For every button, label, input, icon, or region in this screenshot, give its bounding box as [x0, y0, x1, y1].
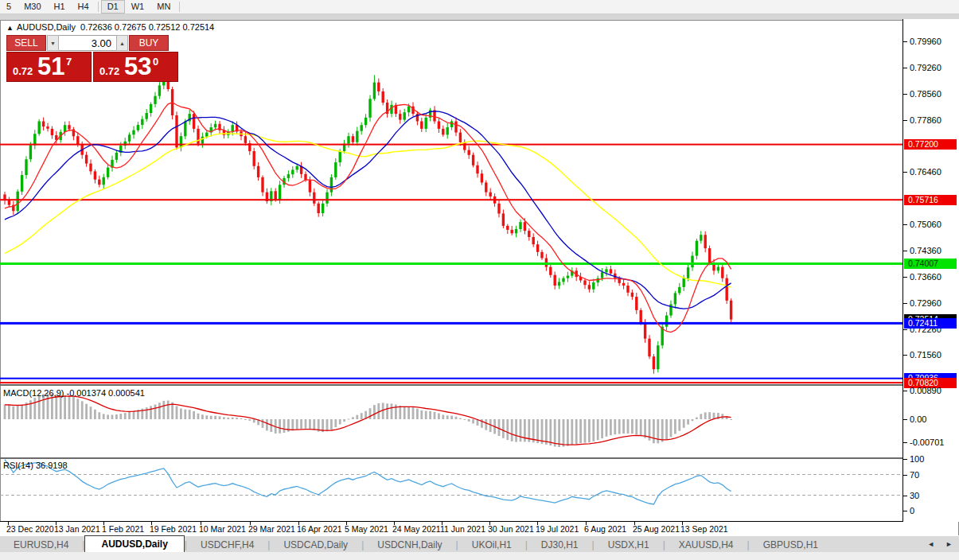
volume-input[interactable] — [59, 35, 116, 51]
tab-scroll-buttons: ◄ ► — [927, 540, 953, 548]
date-label: 11 Jun 2021 — [440, 524, 485, 534]
macd-tick-label: -0.00701 — [910, 438, 944, 447]
chart-tab-dj30-h1[interactable]: DJ30,H1 — [528, 537, 592, 553]
price-level-chip: 0.75716 — [904, 195, 957, 205]
date-label: 13 Jan 2021 — [54, 524, 100, 534]
price-level-chip: 0.74007 — [904, 259, 957, 269]
macd-label: MACD(12,26,9) -0.001374 0.000541 — [3, 388, 145, 398]
date-label: 25 Aug 2021 — [633, 524, 680, 534]
sell-price-big: 51 — [37, 52, 64, 81]
sell-button[interactable]: SELL — [6, 35, 46, 51]
chart-tab-eurusd-h4[interactable]: EURUSD,H4 — [0, 537, 82, 553]
rsi-tick-mark — [903, 511, 907, 511]
tab-scroll-right-icon[interactable]: ► — [945, 540, 953, 548]
date-label: 19 Jul 2021 — [536, 524, 579, 534]
rsi-tick-label: 30 — [910, 491, 919, 500]
price-tick-label: 0.76460 — [910, 167, 941, 177]
status-strip — [0, 552, 959, 560]
date-label: 13 Sep 2021 — [680, 524, 728, 534]
date-label: 6 Aug 2021 — [584, 524, 626, 534]
price-level-chip: 0.72411 — [904, 318, 957, 329]
sell-price-sup: 7 — [66, 56, 72, 68]
mt4-window: 5M30H1H4D1W1MN ▲AUDUSD,Daily 0.72636 0.7… — [0, 0, 959, 560]
symbol-period-label: AUDUSD,Daily — [17, 22, 76, 32]
price-tick-mark — [903, 172, 907, 173]
chart-tab-usdchf-h4[interactable]: USDCHF,H4 — [187, 537, 267, 553]
ohlc-values: 0.72636 0.72675 0.72512 0.72514 — [80, 22, 214, 32]
chart-tab-usdx-h1[interactable]: USDX,H1 — [595, 537, 663, 553]
sell-price-small: 0.72 — [13, 65, 33, 77]
macd-tick-label: 0.00 — [910, 414, 926, 424]
toolbar-separator — [98, 2, 99, 12]
volume-increase-button[interactable]: ▲ — [116, 35, 128, 51]
macd-tick-mark — [903, 419, 907, 420]
timeframe-button-m30[interactable]: M30 — [18, 0, 47, 14]
price-tick-mark — [903, 68, 907, 68]
price-tick-mark — [903, 120, 907, 121]
date-axis[interactable]: 23 Dec 202013 Jan 20211 Feb 202119 Feb 2… — [0, 522, 902, 535]
rsi-tick-label: 100 — [910, 454, 924, 464]
sell-price-box[interactable]: 0.72 51 7 — [6, 52, 92, 82]
price-tick-label: 0.75060 — [910, 220, 941, 229]
chart-canvas[interactable] — [0, 19, 902, 522]
chart-tab-ukoil-h1[interactable]: UKOil,H1 — [458, 537, 525, 553]
price-axis[interactable]: 0.799600.792600.785600.778600.764600.750… — [903, 19, 959, 522]
date-label: 23 Dec 2020 — [6, 524, 54, 534]
rsi-label: RSI(14) 36.9198 — [3, 461, 68, 470]
date-label: 30 Jun 2021 — [488, 524, 534, 534]
volume-decrease-button[interactable]: ▼ — [47, 35, 59, 51]
macd-panel-separator[interactable] — [0, 384, 902, 386]
macd-tick-mark — [903, 391, 907, 391]
timeframe-button-h1[interactable]: H1 — [48, 0, 72, 14]
chart-tab-gbpusd-h1[interactable]: GBPUSD,H1 — [750, 537, 832, 553]
chart-tab-xauusd-h4[interactable]: XAUUSD,H4 — [665, 537, 747, 553]
spin-up-icon: ▲ — [119, 41, 125, 46]
toolbar-separator — [179, 2, 180, 12]
date-label: 29 Mar 2021 — [248, 524, 295, 534]
direction-up-icon: ▲ — [6, 24, 14, 32]
rsi-tick-mark — [903, 459, 907, 460]
buy-price-sup: 0 — [153, 56, 158, 68]
price-tick-label: 0.77860 — [910, 115, 941, 125]
price-tick-label: 0.71560 — [910, 350, 941, 360]
date-label: 10 Mar 2021 — [199, 524, 246, 534]
timeframe-button-5[interactable]: 5 — [0, 0, 18, 14]
chart-tab-bar: EURUSD,H4|AUDUSD,Daily|USDCHF,H4|USDCAD,… — [0, 535, 959, 553]
price-tick-mark — [903, 355, 907, 356]
price-tick-mark — [903, 41, 907, 42]
date-label: 24 May 2021 — [392, 524, 441, 534]
spin-down-icon: ▼ — [50, 41, 56, 46]
price-tick-mark — [903, 277, 907, 278]
chart-tab-usdcnh-daily[interactable]: USDCNH,Daily — [364, 537, 455, 553]
date-label: 1 Feb 2021 — [102, 524, 144, 534]
date-label: 16 Apr 2021 — [297, 524, 342, 534]
buy-button[interactable]: BUY — [129, 35, 169, 51]
macd-tick-mark — [903, 442, 907, 443]
price-tick-mark — [903, 224, 907, 225]
date-label: 19 Feb 2021 — [150, 524, 197, 534]
chart-title: ▲AUDUSD,Daily 0.72636 0.72675 0.72512 0.… — [6, 22, 214, 32]
chart-tab-audusd-daily[interactable]: AUDUSD,Daily — [84, 535, 184, 553]
timeframe-button-mn[interactable]: MN — [150, 0, 177, 14]
timeframe-toolbar: 5M30H1H4D1W1MN — [0, 0, 959, 14]
price-tick-label: 0.79260 — [910, 63, 941, 72]
timeframe-button-w1[interactable]: W1 — [125, 0, 151, 14]
price-tick-mark — [903, 329, 907, 330]
tab-scroll-left-icon[interactable]: ◄ — [927, 540, 934, 548]
buy-price-big: 53 — [124, 52, 151, 81]
timeframe-button-d1[interactable]: D1 — [101, 0, 125, 14]
rsi-tick-mark — [903, 496, 907, 496]
rsi-tick-mark — [903, 475, 907, 476]
date-label: 5 May 2021 — [345, 524, 388, 534]
price-tick-label: 0.74360 — [910, 246, 941, 255]
timeframe-button-h4[interactable]: H4 — [72, 0, 96, 14]
price-level-chip: 0.77200 — [904, 139, 957, 150]
rsi-panel-separator[interactable] — [0, 457, 902, 459]
chart-tab-usdcad-daily[interactable]: USDCAD,Daily — [270, 537, 361, 553]
macd-tick-label: 0.00890 — [910, 386, 941, 395]
buy-price-box[interactable]: 0.72 53 0 — [93, 52, 178, 82]
price-tick-mark — [903, 303, 907, 304]
price-tick-label: 0.78560 — [910, 89, 941, 99]
price-tick-mark — [903, 251, 907, 251]
rsi-tick-label: 0 — [910, 506, 914, 515]
